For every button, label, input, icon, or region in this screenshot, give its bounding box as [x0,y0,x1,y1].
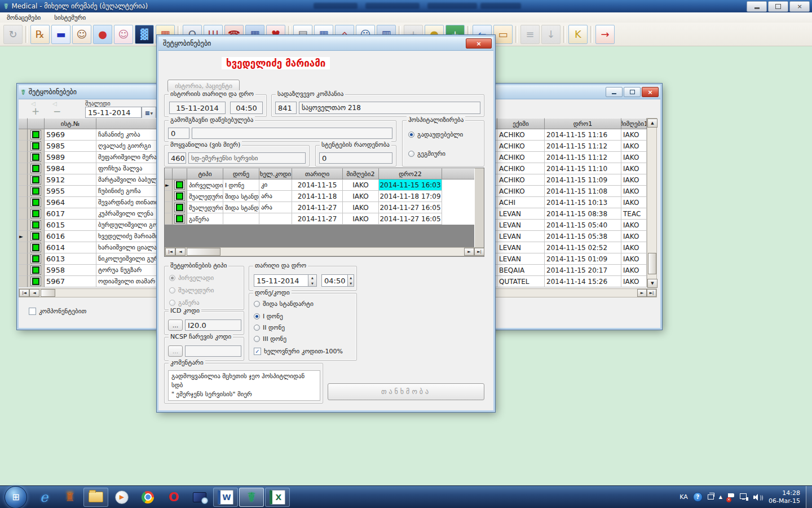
help-tray-icon[interactable]: ? [693,492,703,502]
access-keys-button[interactable]: K [568,25,588,44]
taskbar-chrome-button[interactable] [135,488,160,507]
level2-radio[interactable] [254,325,260,331]
green-check-icon[interactable] [30,152,41,162]
clock[interactable]: 14:28 06-Mar-15 [769,489,800,505]
green-check-icon[interactable] [30,231,41,241]
column-header[interactable]: ისტ.№ [45,118,96,129]
green-check-icon[interactable] [30,243,41,252]
scroll-left-button[interactable]: ◄ [175,248,186,256]
sender-code-field[interactable]: 0 [168,128,189,139]
green-check-icon[interactable] [30,130,41,139]
minimize-button[interactable] [606,87,623,97]
table-horizontal-scrollbar[interactable]: |◄ ◄ ► ►| [165,247,484,256]
network-icon[interactable] [740,493,748,501]
time-spinner[interactable]: 04:50 ▲▼ [321,274,354,287]
planned-radio[interactable] [408,151,414,157]
taskbar-file-explorer-button[interactable] [83,488,108,507]
menu-data[interactable]: მონაცემები [0,14,47,21]
green-check-icon[interactable] [174,214,185,224]
green-check-icon[interactable] [30,220,41,230]
start-button[interactable]: ⊞ [5,486,27,508]
spinner-buttons[interactable]: ▲▼ [347,275,354,286]
history-time-field[interactable]: 04:50 [230,102,263,114]
close-button[interactable]: × [466,38,492,49]
history-date-field[interactable]: 15-11-2014 [169,102,226,114]
artificial-code-checkbox[interactable]: ✓ [254,348,261,355]
xray-button[interactable]: ▓ [135,25,154,44]
column-header[interactable]: ექიმი [497,118,545,129]
taskbar-internet-explorer-button[interactable]: e [32,488,56,507]
scroll-down-button[interactable]: ▼ [647,279,657,288]
ncsp-browse-button[interactable]: ... [168,345,183,357]
menu-system[interactable]: სისტემური [47,14,92,21]
scroll-thumb[interactable] [187,248,220,256]
nurse-button[interactable]: ☺ [114,25,133,44]
maximize-button[interactable] [624,87,641,97]
level3-radio[interactable] [254,336,260,342]
scroll-end-button[interactable]: ►| [474,248,484,256]
primary-radio[interactable] [169,275,175,281]
stents-count-field[interactable]: 0 [319,152,392,164]
tray-expand-icon[interactable]: ▲ [719,494,722,500]
interval-date-input[interactable]: 15-11-2014 [85,107,142,118]
language-indicator[interactable]: KA [679,493,688,501]
taskbar-medical-app-button[interactable]: ☤ [239,488,264,507]
spinner-buttons[interactable]: ▲▼ [308,275,316,286]
table-row[interactable]: გაწერა2014-11-27IAKO2014-11-27 16:05 [165,213,484,225]
interim-radio[interactable] [169,287,175,294]
medications-button[interactable]: ● [93,25,112,44]
scroll-right-button[interactable]: ► [464,248,474,256]
table-vscroll-strip[interactable] [474,168,484,248]
action-center-icon[interactable]: × [727,493,735,501]
green-check-icon[interactable] [30,198,41,207]
insurance-name-field[interactable]: საყოველთაო 218 [299,102,480,114]
icd-code-field[interactable]: I20.0 [185,319,241,331]
clipboard-button[interactable]: ▭ [493,25,513,44]
exit-button[interactable]: → [595,25,615,44]
green-check-icon[interactable] [30,254,41,264]
prescription-button[interactable]: ℞ [30,25,50,44]
hospital-bed-button[interactable]: ▬ [51,25,70,44]
column-header[interactable]: ხელ.კოდი [259,168,292,179]
scroll-home-button[interactable]: |◄ [165,248,175,256]
column-header[interactable]: დრო1 [545,118,621,129]
components-checkbox[interactable] [29,308,36,315]
table-row[interactable]: შუალედურიშიდა სტანდ.არა2014-11-27IAKO201… [165,202,484,213]
patient-button[interactable]: ☺ [72,25,91,44]
scroll-right-button[interactable]: ► [637,289,647,297]
table-row[interactable]: შუალედურიშიდა სტანდ.არა2014-11-18IAKO201… [165,191,484,202]
refresh-button[interactable]: ↻ [3,25,23,44]
column-header[interactable]: თარიღი [292,168,343,179]
column-header[interactable]: მიმღები1 [621,118,647,129]
scroll-thumb[interactable] [648,253,656,274]
volume-icon[interactable] [753,493,762,501]
window-tray-icon[interactable] [708,494,714,500]
sender-name-field[interactable] [192,128,392,139]
remove-row-button[interactable]: − [49,106,65,117]
scroll-end-button[interactable]: ►| [647,289,656,297]
scroll-home-button[interactable]: |◄ [19,289,29,297]
taskbar-word-button[interactable]: W [213,488,238,507]
confirm-button[interactable]: თანხმობა [328,383,484,400]
ncsp-code-field[interactable] [185,345,241,357]
minimize-button[interactable] [747,1,767,12]
green-check-icon[interactable] [174,203,185,212]
close-button[interactable]: × [789,1,810,12]
scroll-thumb[interactable] [41,289,55,297]
discharge-radio[interactable] [169,300,175,306]
taskbar-media-tower-button[interactable]: ♜ [58,488,82,507]
taskbar-excel-button[interactable]: X [265,488,290,507]
column-header[interactable]: დრო22 [379,168,442,179]
taskbar-opera-button[interactable]: O [161,488,186,507]
green-check-icon[interactable] [30,186,41,196]
taskbar-remote-desktop-button[interactable] [187,488,212,507]
scroll-up-button[interactable]: ▲ [647,119,657,128]
brought-name-field[interactable]: სდ-ემერჯენსი სერვისი [188,152,306,164]
icd-browse-button[interactable]: ... [168,319,183,331]
notes-button[interactable]: ≡ [520,25,540,44]
taskbar-media-player-button[interactable]: ▶ [109,488,134,507]
calendar-dropdown-button[interactable]: ▦ ▼ [142,107,156,119]
column-header[interactable]: მიმღები2 [343,168,379,179]
green-check-icon[interactable] [30,209,41,218]
green-check-icon[interactable] [30,277,41,286]
